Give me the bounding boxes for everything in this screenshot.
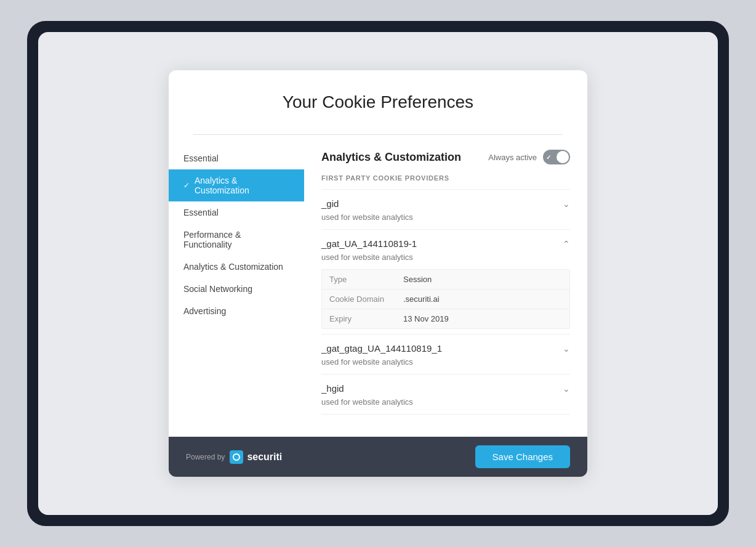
cookie-details-table-gat-ua: Type Session Cookie Domain .securiti.ai … bbox=[321, 269, 570, 329]
sidebar-item-social[interactable]: Social Networking bbox=[169, 278, 304, 300]
modal: Your Cookie Preferences Essential ✓ Anal… bbox=[169, 70, 587, 477]
detail-value-type: Session bbox=[403, 275, 432, 284]
always-active-container: Always active ✓ bbox=[488, 150, 570, 164]
detail-value-expiry: 13 Nov 2019 bbox=[403, 314, 449, 323]
chevron-down-icon-gid: ⌄ bbox=[563, 199, 570, 209]
detail-title: Analytics & Customization bbox=[321, 151, 461, 164]
cookie-name-gat-ua: _gat_UA_144110819-1 bbox=[321, 238, 417, 249]
cookie-name-gat-gtag: _gat_gtag_UA_144110819_1 bbox=[321, 343, 442, 354]
cookie-desc-hgid: used for website analytics bbox=[321, 397, 570, 414]
toggle-knob bbox=[557, 151, 569, 163]
modal-content: Essential ✓ Analytics & Customization Es… bbox=[169, 135, 587, 429]
sidebar-item-label: Performance & Functionality bbox=[183, 230, 289, 249]
cookie-item-gat-ua: _gat_UA_144110819-1 ⌃ used for website a… bbox=[321, 229, 570, 329]
section-label: FIRST PARTY COOKIE PROVIDERS bbox=[321, 174, 570, 182]
detail-key-type: Type bbox=[329, 275, 403, 284]
detail-row-expiry: Expiry 13 Nov 2019 bbox=[322, 309, 569, 328]
detail-panel: Analytics & Customization Always active … bbox=[304, 135, 587, 429]
device-screen: Your Cookie Preferences Essential ✓ Anal… bbox=[38, 32, 718, 515]
detail-row-domain: Cookie Domain .securiti.ai bbox=[322, 290, 569, 309]
cookie-item-gid: _gid ⌄ used for website analytics bbox=[321, 189, 570, 229]
sidebar-item-label: Essential bbox=[183, 153, 219, 163]
detail-key-expiry: Expiry bbox=[329, 314, 403, 323]
modal-title-section: Your Cookie Preferences bbox=[169, 70, 587, 134]
chevron-down-icon-hgid: ⌄ bbox=[563, 384, 570, 394]
detail-row-type: Type Session bbox=[322, 270, 569, 290]
securiti-icon bbox=[230, 450, 243, 464]
cookie-name-hgid: _hgid bbox=[321, 383, 344, 394]
sidebar-item-label: Analytics & Customization bbox=[183, 262, 283, 272]
sidebar-item-label: Advertising bbox=[183, 306, 226, 316]
sidebar-item-analytics-active[interactable]: ✓ Analytics & Customization bbox=[169, 169, 304, 201]
cookie-desc-gat-ua: used for website analytics bbox=[321, 253, 570, 269]
securiti-name: securiti bbox=[247, 452, 282, 463]
detail-header: Analytics & Customization Always active … bbox=[321, 150, 570, 164]
sidebar-item-advertising[interactable]: Advertising bbox=[169, 300, 304, 322]
cookie-item-header-gat-ua[interactable]: _gat_UA_144110819-1 ⌃ bbox=[321, 230, 570, 253]
cookie-desc-gat-gtag: used for website analytics bbox=[321, 357, 570, 374]
detail-value-domain: .securiti.ai bbox=[403, 294, 440, 304]
cookie-item-header-gat-gtag[interactable]: _gat_gtag_UA_144110819_1 ⌄ bbox=[321, 334, 570, 357]
sidebar-item-label: Essential bbox=[183, 208, 219, 217]
sidebar: Essential ✓ Analytics & Customization Es… bbox=[169, 135, 304, 429]
sidebar-item-essential-top[interactable]: Essential bbox=[169, 147, 304, 169]
sidebar-item-label: Analytics & Customization bbox=[195, 176, 289, 195]
sidebar-item-performance[interactable]: Performance & Functionality bbox=[169, 224, 304, 256]
cookie-item-gat-gtag: _gat_gtag_UA_144110819_1 ⌄ used for webs… bbox=[321, 334, 570, 374]
save-changes-button[interactable]: Save Changes bbox=[475, 445, 570, 468]
securiti-logo: securiti bbox=[230, 450, 282, 464]
chevron-up-icon-gat-ua: ⌃ bbox=[563, 239, 570, 249]
modal-title: Your Cookie Preferences bbox=[193, 92, 563, 112]
always-active-label: Always active bbox=[488, 153, 537, 162]
cookie-desc-gid: used for website analytics bbox=[321, 213, 570, 229]
device-frame: Your Cookie Preferences Essential ✓ Anal… bbox=[27, 21, 729, 526]
cookie-name-gid: _gid bbox=[321, 198, 339, 209]
cookie-item-header-gid[interactable]: _gid ⌄ bbox=[321, 190, 570, 213]
check-icon: ✓ bbox=[183, 181, 190, 190]
modal-footer: Powered by securiti Save Changes bbox=[169, 437, 587, 477]
securiti-icon-inner bbox=[233, 453, 240, 461]
cookie-item-hgid: _hgid ⌄ used for website analytics bbox=[321, 374, 570, 415]
toggle[interactable]: ✓ bbox=[543, 150, 570, 164]
sidebar-item-essential[interactable]: Essential bbox=[169, 201, 304, 224]
cookie-item-header-hgid[interactable]: _hgid ⌄ bbox=[321, 375, 570, 397]
sidebar-item-label: Social Networking bbox=[183, 284, 252, 294]
toggle-check-icon: ✓ bbox=[546, 154, 551, 161]
detail-key-domain: Cookie Domain bbox=[329, 294, 403, 304]
modal-body: Your Cookie Preferences Essential ✓ Anal… bbox=[169, 70, 587, 437]
chevron-down-icon-gat-gtag: ⌄ bbox=[563, 344, 570, 354]
powered-by: Powered by securiti bbox=[186, 450, 282, 464]
powered-by-text: Powered by bbox=[186, 453, 225, 461]
sidebar-item-analytics[interactable]: Analytics & Customization bbox=[169, 256, 304, 278]
